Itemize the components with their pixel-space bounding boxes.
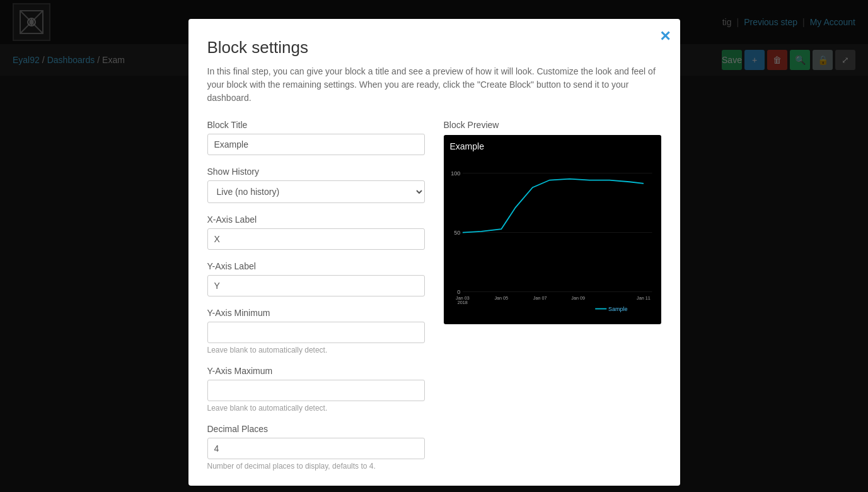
- modal-title: Block settings: [207, 38, 661, 57]
- preview-chart-title: Example: [450, 141, 655, 151]
- decimal-places-group: Decimal Places Number of decimal places …: [207, 424, 425, 471]
- show-history-group: Show History Live (no history) 1 hour 6 …: [207, 167, 425, 203]
- preview-chart: 100 50 0 Jan 03 2018: [450, 154, 655, 318]
- modal-close-button[interactable]: ✕: [659, 28, 671, 45]
- preview-label: Block Preview: [444, 120, 661, 130]
- y-axis-input[interactable]: [207, 275, 425, 296]
- decimal-places-label: Decimal Places: [207, 424, 425, 434]
- y-axis-label: Y-Axis Label: [207, 261, 425, 271]
- y-axis-max-input[interactable]: [207, 380, 425, 401]
- block-title-group: Block Title: [207, 120, 425, 155]
- modal-body: Block Title Show History Live (no histor…: [207, 120, 661, 482]
- block-settings-modal: ✕ Block settings In this final step, you…: [188, 19, 680, 486]
- modal-description: In this final step, you can give your bl…: [207, 65, 661, 105]
- svg-text:Sample: Sample: [608, 306, 627, 312]
- show-history-select[interactable]: Live (no history) 1 hour 6 hours 24 hour…: [207, 180, 425, 203]
- modal-overlay: ✕ Block settings In this final step, you…: [0, 0, 868, 492]
- svg-text:50: 50: [454, 230, 460, 236]
- decimal-places-input[interactable]: [207, 438, 425, 459]
- y-axis-min-input[interactable]: [207, 322, 425, 343]
- y-axis-min-group: Y-Axis Minimum Leave blank to automatica…: [207, 308, 425, 354]
- x-axis-label: X-Axis Label: [207, 214, 425, 225]
- svg-text:Jan 05: Jan 05: [494, 295, 508, 301]
- block-title-label: Block Title: [207, 120, 425, 130]
- svg-text:2018: 2018: [457, 300, 467, 305]
- y-axis-max-label: Y-Axis Maximum: [207, 366, 425, 376]
- y-axis-max-group: Y-Axis Maximum Leave blank to automatica…: [207, 366, 425, 413]
- svg-text:Jan 09: Jan 09: [571, 295, 585, 301]
- y-axis-min-label: Y-Axis Minimum: [207, 308, 425, 318]
- y-axis-min-hint: Leave blank to automatically detect.: [207, 346, 425, 354]
- modal-right-column: Block Preview Example 100 50 0: [444, 120, 661, 482]
- svg-text:Jan 11: Jan 11: [637, 295, 651, 301]
- y-axis-label-group: Y-Axis Label: [207, 261, 425, 296]
- svg-text:0: 0: [457, 289, 460, 295]
- x-axis-label-group: X-Axis Label: [207, 214, 425, 250]
- svg-text:100: 100: [451, 170, 460, 177]
- block-title-input[interactable]: [207, 134, 425, 155]
- preview-box: Example 100 50 0: [444, 135, 661, 324]
- decimal-places-hint: Number of decimal places to display, def…: [207, 462, 425, 471]
- modal-left-column: Block Title Show History Live (no histor…: [207, 120, 425, 482]
- svg-text:Jan 07: Jan 07: [533, 295, 547, 301]
- x-axis-input[interactable]: [207, 228, 425, 250]
- y-axis-max-hint: Leave blank to automatically detect.: [207, 404, 425, 413]
- show-history-label: Show History: [207, 167, 425, 177]
